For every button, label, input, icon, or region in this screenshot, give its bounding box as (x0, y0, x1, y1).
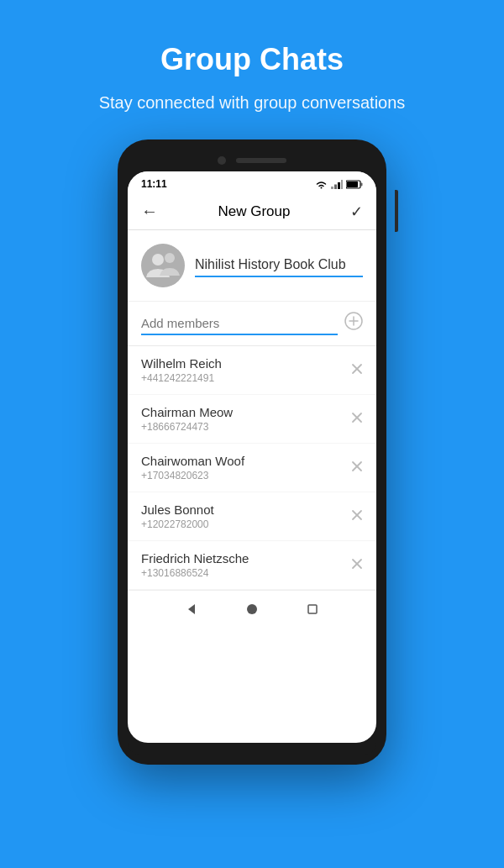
member-info: Chairwoman Woof+17034820623 (141, 454, 244, 481)
member-phone: +17034820623 (141, 470, 244, 481)
page-subtitle: Stay connected with group conversations (50, 91, 454, 114)
svg-rect-2 (338, 182, 340, 189)
member-info: Friedrich Nietzsche+13016886524 (141, 551, 249, 579)
group-avatar[interactable] (141, 244, 185, 287)
member-info: Wilhelm Reich+441242221491 (141, 356, 222, 384)
svg-rect-3 (341, 180, 343, 189)
member-item: Wilhelm Reich+441242221491 (128, 346, 376, 395)
group-name-input[interactable] (195, 254, 363, 277)
status-bar: 11:11 (128, 171, 376, 193)
member-info: Jules Bonnot+12022782000 (141, 502, 214, 530)
member-info: Chairman Meow+18666724473 (141, 405, 233, 433)
member-item: Jules Bonnot+12022782000 (128, 492, 376, 541)
member-item: Friedrich Nietzsche+13016886524 (128, 541, 376, 590)
nav-back-button[interactable] (183, 601, 200, 618)
svg-point-8 (152, 254, 164, 266)
remove-member-button[interactable] (351, 558, 363, 573)
svg-point-24 (247, 604, 257, 614)
app-bar: ← New Group ✓ (128, 193, 376, 230)
page-title: Group Chats (50, 42, 454, 77)
status-icons (315, 180, 363, 189)
member-name: Wilhelm Reich (141, 356, 222, 371)
member-phone: +12022782000 (141, 518, 214, 530)
add-member-icon[interactable] (344, 312, 363, 335)
member-item: Chairman Meow+18666724473 (128, 395, 376, 444)
remove-member-button[interactable] (351, 412, 363, 427)
battery-icon (346, 180, 363, 189)
svg-rect-7 (141, 244, 185, 287)
screen-title: New Group (158, 203, 350, 220)
header-section: Group Chats Stay connected with group co… (0, 0, 504, 139)
member-phone: +13016886524 (141, 567, 249, 579)
svg-rect-6 (361, 182, 363, 186)
svg-rect-5 (347, 181, 358, 187)
add-members-input[interactable] (141, 313, 338, 335)
member-phone: +441242221491 (141, 372, 222, 384)
status-time: 11:11 (141, 178, 167, 190)
group-name-section (128, 230, 376, 302)
phone-container: 11:11 (0, 139, 504, 765)
nav-home-button[interactable] (244, 601, 260, 618)
svg-point-9 (165, 253, 175, 263)
phone-speaker (236, 158, 286, 163)
member-name: Friedrich Nietzsche (141, 551, 249, 566)
phone-home-bar (128, 590, 376, 628)
nav-recent-button[interactable] (304, 601, 321, 618)
svg-rect-1 (334, 184, 337, 189)
signal-icon (331, 180, 343, 189)
phone-bottom-bar (128, 743, 376, 755)
member-phone: +18666724473 (141, 421, 233, 433)
remove-member-button[interactable] (351, 363, 363, 378)
confirm-button[interactable]: ✓ (350, 203, 363, 221)
member-item: Chairwoman Woof+17034820623 (128, 444, 376, 492)
members-list: Wilhelm Reich+441242221491Chairman Meow+… (128, 346, 376, 590)
phone-screen: 11:11 (128, 171, 376, 743)
member-name: Jules Bonnot (141, 502, 214, 517)
back-button[interactable]: ← (141, 202, 158, 221)
remove-member-button[interactable] (351, 509, 363, 524)
phone-side-button (395, 190, 398, 232)
member-name: Chairwoman Woof (141, 454, 244, 468)
phone-frame: 11:11 (118, 139, 386, 765)
svg-marker-23 (188, 604, 195, 614)
front-camera (218, 156, 226, 165)
remove-member-button[interactable] (351, 460, 363, 476)
member-name: Chairman Meow (141, 405, 233, 419)
add-members-section (128, 302, 376, 346)
wifi-icon (315, 180, 328, 189)
svg-rect-25 (308, 605, 317, 613)
phone-top-area (128, 150, 376, 171)
svg-rect-0 (331, 187, 333, 189)
